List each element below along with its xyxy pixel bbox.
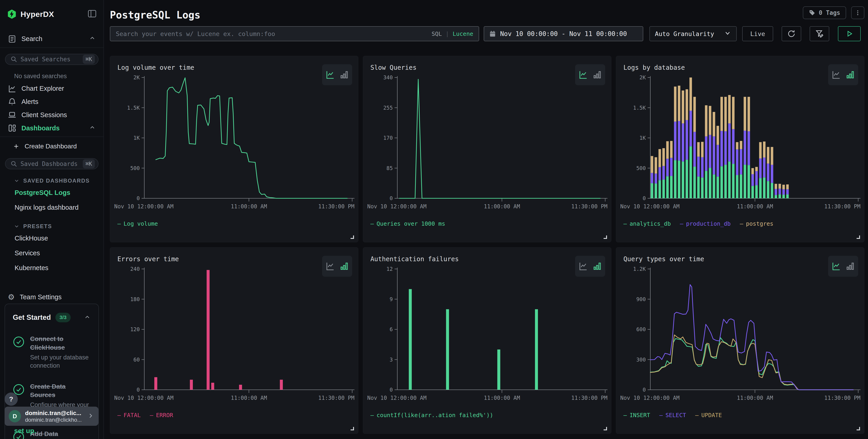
svg-text:2K: 2K bbox=[640, 74, 646, 81]
saved-dashboards-input[interactable]: Saved Dashboards ⌘K bbox=[5, 158, 98, 169]
sidebar-item-dashboards[interactable]: Dashboards bbox=[0, 122, 103, 135]
bar-chart-icon[interactable] bbox=[845, 261, 855, 271]
svg-text:1K: 1K bbox=[133, 135, 140, 141]
get-started-item-desc: Set up your database connection bbox=[30, 353, 91, 370]
shortcut-badge: ⌘K bbox=[83, 159, 95, 168]
chevron-down-icon bbox=[724, 29, 731, 38]
chart-legend: —INSERT—SELECT—UPDATE bbox=[616, 412, 864, 418]
sidebar-item-nginx-logs-dashboard[interactable]: Nginx logs dashboard bbox=[0, 200, 103, 215]
sidebar-item-chart-explorer[interactable]: Chart Explorer bbox=[0, 82, 103, 95]
resize-handle[interactable] bbox=[350, 427, 354, 430]
svg-text:120: 120 bbox=[130, 326, 140, 332]
date-range-picker[interactable]: Nov 10 00:00:00 - Nov 11 00:00:00 bbox=[484, 26, 643, 41]
bar-chart-icon[interactable] bbox=[339, 261, 349, 271]
line-chart-icon[interactable] bbox=[578, 261, 588, 271]
chart-title: Authentication failures bbox=[363, 248, 611, 263]
legend-item[interactable]: —FATAL bbox=[117, 412, 141, 418]
legend-item[interactable]: —production_db bbox=[680, 220, 731, 227]
line-chart-icon[interactable] bbox=[831, 261, 841, 271]
user-email: dominic.tran@clickho... bbox=[25, 417, 83, 423]
resize-handle[interactable] bbox=[603, 236, 607, 239]
legend-item[interactable]: —UPDATE bbox=[695, 412, 722, 418]
svg-text:11:30:00 PM: 11:30:00 PM bbox=[824, 203, 861, 210]
lucene-mode-toggle[interactable]: Lucene bbox=[453, 31, 473, 37]
help-button[interactable]: ? bbox=[5, 393, 18, 406]
refresh-button[interactable] bbox=[782, 26, 801, 41]
chevron-up-icon[interactable] bbox=[89, 124, 96, 132]
brand[interactable]: HyperDX bbox=[7, 9, 88, 19]
bar-chart-icon[interactable] bbox=[845, 70, 855, 80]
chevron-up-icon[interactable] bbox=[84, 314, 91, 321]
sql-mode-toggle[interactable]: SQL bbox=[432, 31, 442, 37]
granularity-value: Auto Granularity bbox=[655, 30, 714, 37]
legend-item[interactable]: —countIf(like(arr..ation failed%')) bbox=[370, 412, 493, 418]
filter-edit-icon bbox=[815, 29, 824, 38]
svg-text:11:00:00 AM: 11:00:00 AM bbox=[231, 203, 267, 210]
legend-item[interactable]: —analytics_db bbox=[623, 220, 671, 227]
sidebar-item-search[interactable]: Search bbox=[0, 32, 103, 45]
bar-chart-icon[interactable] bbox=[592, 261, 602, 271]
event-search-input[interactable]: Search your events w/ Lucene ex. column:… bbox=[110, 26, 479, 41]
line-chart-icon[interactable] bbox=[325, 261, 335, 271]
kebab-icon bbox=[855, 9, 861, 16]
user-menu[interactable]: D dominic.tran@clic... dominic.tran@clic… bbox=[5, 407, 98, 426]
chart-plot[interactable]: 1.2K9006003000Nov 10 12:00:00 AM11:00:00… bbox=[616, 265, 864, 411]
chevron-down-icon bbox=[14, 178, 20, 184]
tags-button[interactable]: 0 Tags bbox=[803, 6, 846, 19]
svg-text:500: 500 bbox=[636, 165, 646, 171]
chart-plot[interactable]: 240180120600Nov 10 12:00:00 AM11:00:00 A… bbox=[110, 265, 358, 411]
run-query-button[interactable] bbox=[838, 26, 861, 41]
line-chart-icon[interactable] bbox=[578, 70, 588, 80]
legend-item[interactable]: —INSERT bbox=[623, 412, 650, 418]
granularity-select[interactable]: Auto Granularity bbox=[649, 26, 737, 41]
svg-text:Nov 10 12:00:00 AM: Nov 10 12:00:00 AM bbox=[367, 395, 427, 401]
filter-button[interactable] bbox=[810, 26, 829, 41]
sidebar-item-postgresql-logs[interactable]: PostgreSQL Logs bbox=[0, 185, 103, 200]
sidebar-item-clickhouse[interactable]: ClickHouse bbox=[0, 231, 103, 246]
legend-item[interactable]: —ERROR bbox=[150, 412, 173, 418]
legend-item[interactable]: —postgres bbox=[740, 220, 773, 227]
svg-text:255: 255 bbox=[383, 105, 393, 111]
tags-button-label: 0 Tags bbox=[819, 9, 840, 16]
saved-dashboards-header[interactable]: SAVED DASHBOARDS bbox=[0, 169, 103, 185]
chart-plot[interactable]: 129630Nov 10 12:00:00 AM11:00:00 AM11:30… bbox=[363, 265, 611, 411]
chart-plot[interactable]: 2K1.5K1K5000Nov 10 12:00:00 AM11:00:00 A… bbox=[616, 74, 864, 220]
sidebar-item-alerts[interactable]: Alerts bbox=[0, 95, 103, 108]
presets-header[interactable]: PRESETS bbox=[0, 215, 103, 231]
chart-plot[interactable]: 340255170850Nov 10 12:00:00 AM11:00:00 A… bbox=[363, 74, 611, 220]
chart-legend: —analytics_db—production_db—postgres bbox=[616, 220, 864, 227]
main-content: PostgreSQL Logs 0 Tags Search your event… bbox=[104, 0, 868, 439]
resize-handle[interactable] bbox=[857, 427, 860, 430]
svg-text:3: 3 bbox=[390, 357, 393, 363]
resize-handle[interactable] bbox=[603, 427, 607, 430]
svg-text:Nov 10 12:00:00 AM: Nov 10 12:00:00 AM bbox=[114, 203, 174, 210]
resize-handle[interactable] bbox=[350, 236, 354, 239]
get-started-item-connect[interactable]: Connect to ClickHouse Set up your databa… bbox=[13, 335, 91, 370]
date-range-value: Nov 10 00:00:00 - Nov 11 00:00:00 bbox=[500, 30, 627, 38]
sidebar-item-client-sessions[interactable]: Client Sessions bbox=[0, 108, 103, 122]
legend-item[interactable]: —SELECT bbox=[659, 412, 686, 418]
saved-searches-input[interactable]: Saved Searches ⌘K bbox=[5, 54, 98, 65]
bar-chart-icon[interactable] bbox=[592, 70, 602, 80]
sidebar-collapse-icon[interactable] bbox=[88, 9, 97, 19]
resize-handle[interactable] bbox=[857, 236, 860, 239]
dashboard-menu-button[interactable] bbox=[851, 6, 864, 19]
sidebar-item-services[interactable]: Services bbox=[0, 246, 103, 260]
legend-item[interactable]: —Log volume bbox=[117, 220, 158, 227]
line-chart-icon[interactable] bbox=[831, 70, 841, 80]
refresh-icon bbox=[787, 29, 796, 38]
sidebar-item-label: Dashboards bbox=[22, 124, 60, 132]
chart-title: Query types over time bbox=[616, 248, 864, 263]
line-chart-icon[interactable] bbox=[325, 70, 335, 80]
sidebar-item-team-settings[interactable]: ⚙ Team Settings bbox=[0, 290, 103, 304]
sidebar-item-kubernetes[interactable]: Kubernetes bbox=[0, 260, 103, 275]
live-button[interactable]: Live bbox=[742, 26, 773, 41]
svg-text:Nov 10 12:00:00 AM: Nov 10 12:00:00 AM bbox=[620, 203, 680, 210]
create-dashboard-button[interactable]: Create Dashboard bbox=[0, 140, 103, 152]
legend-item[interactable]: —Queries over 1000 ms bbox=[370, 220, 445, 227]
svg-text:Nov 10 12:00:00 AM: Nov 10 12:00:00 AM bbox=[367, 203, 427, 210]
chart-plot[interactable]: 2K1.5K1K5000Nov 10 12:00:00 AM11:00:00 A… bbox=[110, 74, 358, 220]
bar-chart-icon[interactable] bbox=[339, 70, 349, 80]
chevron-up-icon[interactable] bbox=[89, 35, 96, 43]
svg-text:0: 0 bbox=[136, 387, 140, 393]
